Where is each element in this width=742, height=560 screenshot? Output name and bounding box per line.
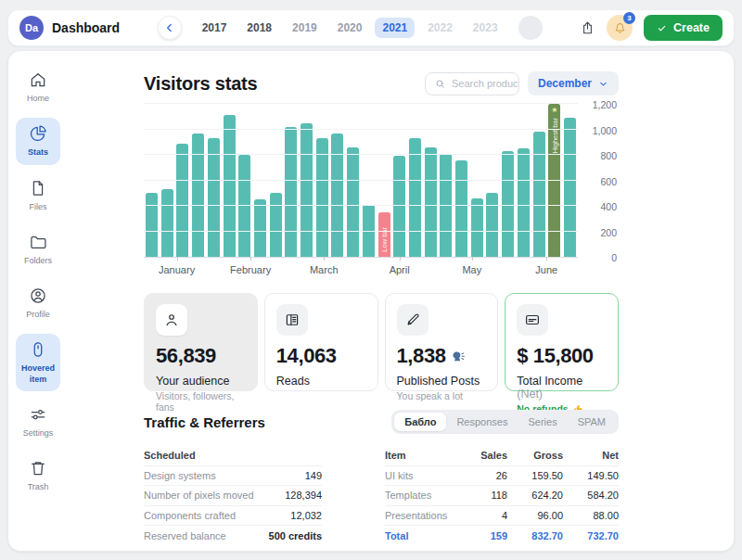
brand: Da Dashboard: [19, 16, 120, 40]
chart-bar[interactable]: [425, 147, 437, 257]
check-icon: [657, 23, 667, 33]
sidebar-item-stats[interactable]: Stats: [16, 118, 60, 164]
x-tick-label-february: February: [230, 264, 271, 275]
create-button[interactable]: Create: [644, 15, 723, 41]
stat-card-reads[interactable]: 14,063Reads: [264, 293, 378, 391]
table-cell: 584.20: [563, 490, 619, 501]
chart-bar[interactable]: [518, 148, 530, 257]
chart-bar[interactable]: [161, 189, 173, 257]
tab-бабло[interactable]: Бабло: [394, 413, 446, 431]
table-cell: Total: [385, 530, 467, 541]
sidebar-item-label: Profile: [26, 310, 50, 320]
tab-responses[interactable]: Responses: [446, 413, 518, 431]
notification-badge: 3: [623, 12, 635, 24]
row-label: Components crafted: [144, 510, 290, 521]
gridline: [144, 205, 578, 206]
table-row: Components crafted12,032: [144, 506, 322, 527]
y-tick-label: 600: [600, 176, 617, 187]
card-subtext: You speak a lot: [397, 390, 487, 401]
chart-bar[interactable]: [471, 198, 483, 257]
sidebar-item-settings[interactable]: Settings: [16, 399, 60, 445]
prev-year-button[interactable]: [158, 16, 182, 40]
chart-bar[interactable]: [502, 151, 514, 257]
tab-spam[interactable]: SPAM: [568, 413, 616, 431]
main-panel: HomeStatsFilesFoldersProfileHovered item…: [7, 50, 735, 552]
visitors-chart: Low bar★Highest bar 02004006008001,0001,…: [144, 105, 619, 258]
scheduled-table-header: Scheduled: [144, 450, 322, 461]
chart-bar[interactable]: [238, 155, 250, 257]
year-tab-2022[interactable]: 2022: [420, 18, 460, 38]
row-label: Reserved balance: [144, 530, 269, 541]
card-label: Reads: [276, 375, 366, 388]
sidebar: HomeStatsFilesFoldersProfileHovered item…: [8, 51, 68, 551]
row-value: 500 credits: [269, 530, 322, 541]
card-label: Your audience: [156, 375, 246, 388]
chart-bar[interactable]: [254, 199, 266, 257]
book-icon: [284, 312, 301, 328]
chart-bar[interactable]: [301, 123, 313, 257]
credit-card-icon: [524, 312, 541, 328]
sidebar-item-files[interactable]: Files: [16, 172, 60, 219]
chart-bar[interactable]: [393, 156, 405, 257]
sidebar-item-folders[interactable]: Folders: [16, 226, 60, 273]
chart-bar[interactable]: [176, 144, 188, 257]
y-tick-label: 1,200: [593, 99, 617, 110]
chart-bar[interactable]: [331, 134, 343, 257]
sidebar-item-home[interactable]: Home: [16, 64, 60, 110]
stat-cards: 56,839Your audienceVisitors, followers, …: [144, 293, 619, 391]
stat-card-your-audience[interactable]: 56,839Your audienceVisitors, followers, …: [144, 293, 258, 391]
chart-bar[interactable]: [455, 160, 467, 258]
chart-bar[interactable]: [533, 132, 545, 257]
notifications-button[interactable]: 3: [607, 15, 633, 41]
chart-bar[interactable]: [270, 193, 282, 257]
gridline: [144, 180, 578, 181]
chart-bar[interactable]: [564, 118, 576, 257]
avatar[interactable]: [518, 16, 543, 40]
year-tab-2019[interactable]: 2019: [285, 18, 325, 38]
share-icon[interactable]: [580, 20, 595, 36]
y-tick-label: 800: [600, 150, 617, 161]
year-tab-2023[interactable]: 2023: [466, 18, 505, 38]
month-dropdown[interactable]: December: [528, 71, 619, 95]
chart-bar-low[interactable]: Low bar: [378, 212, 390, 257]
year-tab-2021[interactable]: 2021: [375, 18, 415, 38]
table-cell: 159.50: [507, 470, 563, 481]
tab-series[interactable]: Series: [518, 413, 567, 431]
table-cell: 26: [467, 470, 507, 481]
chart-bar[interactable]: [192, 134, 204, 257]
table-cell: 832.70: [507, 530, 563, 541]
chart-bar-highest[interactable]: ★Highest bar: [548, 104, 560, 257]
chart-bar[interactable]: [285, 127, 297, 257]
top-bar: Da Dashboard 201720182019202020212022202…: [7, 9, 735, 46]
year-tab-2020[interactable]: 2020: [330, 18, 370, 38]
search-box[interactable]: [425, 72, 519, 95]
chart-bar[interactable]: [409, 138, 421, 257]
chart-bar[interactable]: [208, 138, 220, 257]
chart-bar[interactable]: [146, 193, 158, 257]
table-cell: 732.70: [563, 530, 619, 541]
chart-bar[interactable]: [224, 115, 236, 257]
y-axis-labels: 02004006008001,0001,200: [578, 105, 619, 258]
row-label: Number of pixels moved: [144, 490, 285, 501]
pencil-icon: [404, 312, 421, 328]
row-value: 149: [305, 470, 322, 481]
card-value: 14,063: [276, 344, 366, 368]
chart-bar[interactable]: [486, 193, 498, 257]
sidebar-item-profile[interactable]: Profile: [16, 280, 60, 326]
year-tab-2017[interactable]: 2017: [195, 18, 235, 38]
year-tab-2018[interactable]: 2018: [239, 18, 279, 38]
profile-icon: [29, 286, 47, 305]
card-subtext: Visitors, followers, fans: [156, 390, 246, 413]
sidebar-item-hovered-item[interactable]: Hovered item: [16, 334, 60, 391]
person-icon: [163, 312, 180, 328]
stat-card-published-posts[interactable]: 1,838Published PostsYou speak a lot: [385, 293, 499, 391]
chart-bar[interactable]: [347, 147, 359, 257]
table-cell: Presentations: [385, 510, 467, 521]
sidebar-item-trash[interactable]: Trash: [16, 452, 60, 499]
chevron-left-icon: [163, 21, 176, 34]
stat-card-total-income[interactable]: $ 15,800Total Income (Net)No refunds: [505, 293, 619, 391]
search-input[interactable]: [452, 78, 518, 89]
x-tick-label-january: January: [159, 264, 195, 275]
y-tick-label: 200: [600, 227, 617, 238]
chart-bar[interactable]: [316, 138, 328, 257]
